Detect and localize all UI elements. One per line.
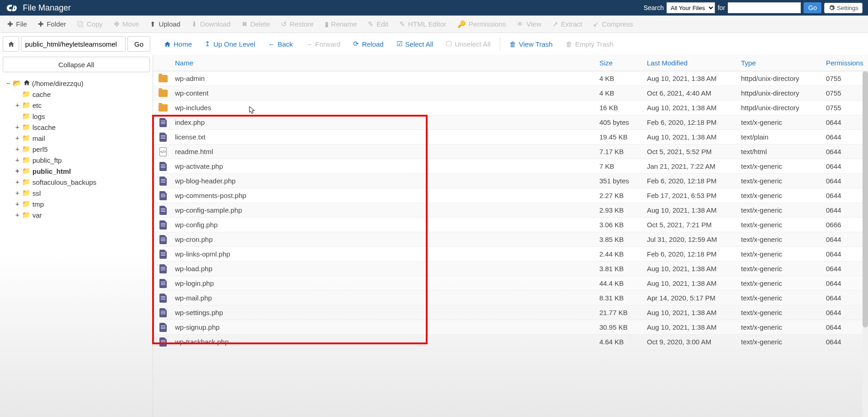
collapse-all-button[interactable]: Collapse All xyxy=(3,57,150,72)
copy-button[interactable]: ⿻Copy xyxy=(72,17,108,31)
file-name: wp-signup.php xyxy=(173,323,594,331)
expand-icon[interactable]: + xyxy=(15,145,20,153)
file-row[interactable]: wp-config.php3.06 KBOct 5, 2021, 7:21 PM… xyxy=(153,218,868,232)
file-row[interactable]: wp-activate.php7 KBJan 21, 2021, 7:22 AM… xyxy=(153,159,868,174)
nav-view-trash[interactable]: 🗑View Trash xyxy=(503,37,559,51)
file-modified: Feb 6, 2020, 12:18 PM xyxy=(641,250,736,258)
compress-button[interactable]: ↙Compress xyxy=(587,17,638,31)
nav-reload[interactable]: ⟳Reload xyxy=(347,37,390,51)
home-icon-button[interactable] xyxy=(3,36,19,52)
file-row[interactable]: index.php405 bytesFeb 6, 2020, 12:18 PMt… xyxy=(153,115,868,130)
file-row[interactable]: wp-content4 KBOct 6, 2021, 4:40 AMhttpd/… xyxy=(153,86,868,101)
expand-icon[interactable]: + xyxy=(15,178,20,186)
scrollbar-track[interactable] xyxy=(863,71,868,417)
tree-item-tmp[interactable]: +📁tmp xyxy=(15,198,153,209)
tree-item-perl5[interactable]: +📁perl5 xyxy=(15,144,153,155)
nav-up-one-level[interactable]: ↥Up One Level xyxy=(198,37,262,51)
header-bar: File Manager Search All Your Files for G… xyxy=(0,0,868,16)
col-permissions[interactable]: Permissions xyxy=(820,59,868,67)
file-row[interactable]: wp-load.php3.81 KBAug 10, 2021, 1:38 AMt… xyxy=(153,262,868,276)
file-icon xyxy=(159,162,167,171)
col-name[interactable]: Name xyxy=(153,59,594,67)
move-button[interactable]: ✥Move xyxy=(108,17,145,31)
main-toolbar: ✚File ✚Folder ⿻Copy ✥Move ⬆Upload ⬇Downl… xyxy=(0,16,868,33)
tree-root[interactable]: − 📂 (/home/direzzqu) xyxy=(5,78,153,89)
file-row[interactable]: license.txt19.45 KBAug 10, 2021, 1:38 AM… xyxy=(153,130,868,144)
expand-icon[interactable]: + xyxy=(15,102,20,109)
expand-icon[interactable]: + xyxy=(15,156,20,164)
download-button[interactable]: ⬇Download xyxy=(186,17,236,31)
extract-button[interactable]: ↗Extract xyxy=(547,17,588,31)
nav-select-all[interactable]: ☑Select All xyxy=(390,37,440,51)
file-row[interactable]: wp-admin4 KBAug 10, 2021, 1:38 AMhttpd/u… xyxy=(153,71,868,86)
nav-back[interactable]: ←Back xyxy=(262,37,299,51)
file-size: 7 KB xyxy=(594,162,641,170)
upload-button[interactable]: ⬆Upload xyxy=(144,17,186,31)
file-name: wp-includes xyxy=(173,104,594,112)
path-go-button[interactable]: Go xyxy=(127,36,150,52)
restore-button[interactable]: ↺Restore xyxy=(275,17,319,31)
tree-item-cache[interactable]: 📁cache xyxy=(15,89,153,100)
file-row[interactable]: wp-blog-header.php351 bytesFeb 6, 2020, … xyxy=(153,174,868,188)
col-size[interactable]: Size xyxy=(594,59,641,67)
delete-button[interactable]: ✖Delete xyxy=(236,17,275,31)
folder-button[interactable]: ✚Folder xyxy=(32,17,72,31)
permissions-button[interactable]: 🔑Permissions xyxy=(452,17,512,31)
file-row[interactable]: wp-includes16 KBAug 10, 2021, 1:38 AMhtt… xyxy=(153,101,868,115)
file-row[interactable]: wp-comments-post.php2.27 KBFeb 17, 2021,… xyxy=(153,188,868,203)
file-modified: Aug 10, 2021, 1:38 AM xyxy=(641,75,736,82)
collapse-icon[interactable]: − xyxy=(5,80,11,87)
file-permissions: 0644 xyxy=(820,235,868,243)
settings-button[interactable]: Settings xyxy=(824,3,863,13)
rename-button[interactable]: ▮Rename xyxy=(319,17,363,31)
file-row[interactable]: wp-trackback.php4.64 KBOct 9, 2020, 3:00… xyxy=(153,335,868,349)
expand-icon[interactable]: + xyxy=(15,167,20,175)
file-row[interactable]: wp-settings.php21.77 KBAug 10, 2021, 1:3… xyxy=(153,305,868,320)
tree-item-public_ftp[interactable]: +📁public_ftp xyxy=(15,155,153,166)
nav-home[interactable]: Home xyxy=(158,37,198,51)
view-button[interactable]: 👁View xyxy=(511,17,546,31)
extract-icon: ↗ xyxy=(552,20,558,28)
expand-icon[interactable]: + xyxy=(15,123,20,131)
file-row[interactable]: wp-links-opml.php2.44 KBFeb 6, 2020, 12:… xyxy=(153,247,868,262)
file-icon xyxy=(159,264,167,273)
search-go-button[interactable]: Go xyxy=(804,2,821,13)
file-row[interactable]: wp-login.php44.4 KBAug 10, 2021, 1:38 AM… xyxy=(153,276,868,291)
file-row[interactable]: wp-mail.php8.31 KBApr 14, 2020, 5:17 PMt… xyxy=(153,291,868,305)
search-scope-select[interactable]: All Your Files xyxy=(667,2,715,13)
file-button[interactable]: ✚File xyxy=(2,17,32,31)
scrollbar-thumb[interactable] xyxy=(863,71,868,327)
expand-icon[interactable]: + xyxy=(15,211,20,219)
tree-item-public_html[interactable]: +📁public_html xyxy=(15,166,153,176)
edit-button[interactable]: ✎Edit xyxy=(362,17,394,31)
nav-forward[interactable]: →Forward xyxy=(299,37,347,51)
col-type[interactable]: Type xyxy=(736,59,820,67)
tree-item-etc[interactable]: +📁etc xyxy=(15,100,153,111)
file-modified: Aug 10, 2021, 1:38 AM xyxy=(641,323,736,331)
tree-item-softaculous_backups[interactable]: +📁softaculous_backups xyxy=(15,176,153,187)
nav-empty-trash[interactable]: 🗑Empty Trash xyxy=(559,37,620,51)
path-input[interactable] xyxy=(21,36,126,52)
col-modified[interactable]: Last Modified xyxy=(641,59,736,67)
tree-item-lscache[interactable]: +📁lscache xyxy=(15,122,153,133)
tree-item-logs[interactable]: 📁logs xyxy=(15,111,153,122)
file-permissions: 0644 xyxy=(820,148,868,155)
file-row[interactable]: wp-cron.php3.85 KBJul 31, 2020, 12:59 AM… xyxy=(153,232,868,247)
file-name: wp-content xyxy=(173,89,594,97)
tree-item-mail[interactable]: +📁mail xyxy=(15,133,153,144)
search-input[interactable] xyxy=(728,2,801,13)
download-icon: ⬇ xyxy=(191,20,197,28)
file-row[interactable]: wp-config-sample.php2.93 KBAug 10, 2021,… xyxy=(153,203,868,218)
file-name: wp-links-opml.php xyxy=(173,250,594,258)
file-row[interactable]: wp-signup.php30.95 KBAug 10, 2021, 1:38 … xyxy=(153,320,868,335)
tree-item-var[interactable]: +📁var xyxy=(15,209,153,220)
expand-icon[interactable]: + xyxy=(15,134,20,142)
nav-unselect-all[interactable]: ☐Unselect All xyxy=(439,37,497,51)
file-name: wp-activate.php xyxy=(173,162,594,170)
tree-item-ssl[interactable]: +📁ssl xyxy=(15,187,153,198)
html-editor-button[interactable]: ✎HTML Editor xyxy=(394,17,452,31)
file-size: 2.93 KB xyxy=(594,206,641,214)
expand-icon[interactable]: + xyxy=(15,200,20,208)
expand-icon[interactable]: + xyxy=(15,189,20,197)
file-row[interactable]: </>readme.html7.17 KBOct 5, 2021, 5:52 P… xyxy=(153,144,868,159)
